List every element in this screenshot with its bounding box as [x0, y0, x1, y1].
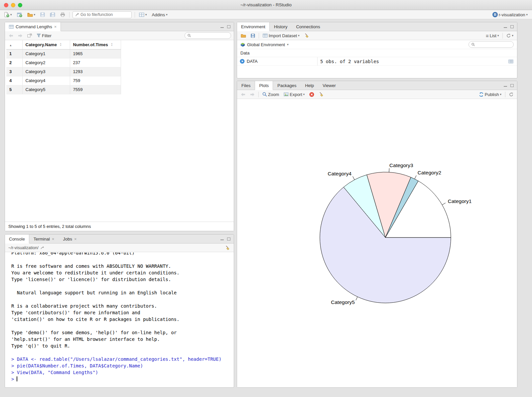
tab-environment[interactable]: Environment	[237, 22, 270, 31]
minimize-pane-icon[interactable]	[504, 25, 507, 28]
environment-search-box[interactable]	[468, 41, 514, 48]
maximize-pane-icon[interactable]	[510, 25, 514, 28]
console-output-line: R is free software and comes with ABSOLU…	[11, 263, 234, 269]
goto-directory-icon[interactable]	[41, 246, 45, 249]
publish-plot-button[interactable]: Publish ▾	[478, 91, 502, 98]
import-dataset-button[interactable]: Import Dataset ▾	[262, 33, 301, 39]
window-titlebar: ~/r-visualization - RStudio	[0, 0, 532, 10]
close-window-button[interactable]	[4, 3, 8, 7]
tab-history[interactable]: History	[270, 22, 292, 31]
save-button[interactable]	[39, 12, 46, 18]
new-project-icon	[17, 12, 22, 17]
tab-viewer[interactable]: Viewer	[318, 81, 340, 90]
export-image-icon	[284, 92, 289, 96]
close-tab-icon[interactable]: ×	[74, 237, 77, 241]
minimize-pane-icon[interactable]	[504, 84, 507, 87]
pane-layout-button[interactable]: ▾	[138, 12, 148, 18]
table-search-box[interactable]	[185, 32, 231, 39]
refresh-plot-button[interactable]	[508, 92, 514, 97]
pie-label-tick	[353, 176, 355, 180]
popout-icon	[27, 34, 32, 38]
tab-terminal[interactable]: Terminal ×	[29, 235, 59, 243]
object-value: 5 obs. of 2 variables	[317, 57, 507, 65]
text-cursor[interactable]	[17, 376, 17, 381]
table-row[interactable]: 1Category11965	[6, 49, 121, 58]
pie-label-tick	[415, 175, 416, 179]
nav-forward-button[interactable]	[17, 33, 24, 38]
table-search-input[interactable]	[193, 33, 228, 38]
environment-search-input[interactable]	[476, 42, 511, 47]
clear-all-plots-broom-icon[interactable]	[318, 91, 325, 97]
tab-connections[interactable]: Connections	[292, 22, 324, 31]
console-output-line	[11, 349, 234, 356]
view-object-button[interactable]	[507, 59, 514, 64]
next-plot-button[interactable]	[249, 92, 256, 97]
goto-file-box[interactable]	[72, 11, 132, 18]
tab-packages[interactable]: Packages	[273, 81, 301, 90]
clear-console-broom-icon[interactable]	[225, 246, 230, 250]
expand-object-icon[interactable]	[240, 59, 245, 64]
table-row[interactable]: 2Category2237	[6, 58, 121, 67]
nav-back-button[interactable]	[8, 33, 14, 38]
zoom-window-button[interactable]	[18, 3, 22, 7]
tab-plots[interactable]: Plots	[255, 81, 273, 90]
zoom-label: Zoom	[268, 92, 279, 97]
table-row[interactable]: 5Category57559	[6, 85, 121, 94]
tab-console[interactable]: Console	[5, 235, 29, 244]
project-menu-button[interactable]: R r-visualization ▾	[491, 11, 529, 18]
refresh-environment-button[interactable]: ▾	[505, 33, 514, 39]
new-project-button[interactable]	[16, 12, 23, 18]
goto-file-input[interactable]	[80, 12, 129, 17]
addins-button[interactable]: Addins ▾	[151, 12, 169, 18]
close-tab-icon[interactable]: ×	[54, 25, 57, 29]
remove-plot-icon	[309, 92, 314, 97]
traffic-lights	[4, 3, 22, 7]
column-header-category-name[interactable]: Category.Name ▲▼	[22, 40, 70, 49]
chevron-down-icon: ▾	[287, 43, 289, 46]
save-all-button[interactable]	[49, 12, 56, 18]
minimize-pane-icon[interactable]	[220, 238, 224, 240]
tab-files[interactable]: Files	[237, 81, 255, 90]
maximize-pane-icon[interactable]	[227, 238, 230, 241]
load-workspace-button[interactable]	[240, 33, 247, 38]
row-index-cell: 5	[6, 85, 22, 94]
clear-environment-broom-icon[interactable]	[303, 33, 311, 39]
sort-arrows-icon: ▲▼	[60, 43, 62, 47]
index-column-header[interactable]: ▲	[6, 40, 22, 49]
console-output-line: Platform: x86_64-apple-darwin15.6.0 (64-…	[11, 252, 234, 256]
tab-label: Terminal	[34, 237, 50, 242]
search-icon	[188, 34, 191, 38]
new-file-button[interactable]: ▾	[3, 11, 13, 18]
zoom-plot-button[interactable]: Zoom	[261, 91, 280, 98]
data-viewer-pane: Command Lengths × Filter	[5, 22, 234, 231]
minimize-pane-icon[interactable]	[220, 25, 224, 28]
tab-label: History	[274, 24, 287, 29]
maximize-pane-icon[interactable]	[227, 25, 230, 28]
data-viewer-tabbar: Command Lengths ×	[5, 22, 234, 31]
column-header-number-of-times[interactable]: Number.of.Times ▲▼	[70, 40, 121, 49]
console-output[interactable]: Platform: x86_64-apple-darwin15.6.0 (64-…	[5, 252, 234, 387]
environment-scope-label[interactable]: Global Environment	[247, 42, 285, 47]
save-workspace-button[interactable]	[250, 33, 256, 39]
console-input-line: > pie(DATA$Number.of.Times, DATA$Categor…	[11, 362, 234, 369]
tab-help[interactable]: Help	[301, 81, 318, 90]
environment-object-row[interactable]: DATA 5 obs. of 2 variables	[237, 57, 517, 66]
filter-button[interactable]: Filter	[36, 33, 53, 39]
export-plot-button[interactable]: Export ▾	[283, 91, 306, 98]
project-name-label: r-visualization	[499, 12, 525, 17]
open-in-new-window-button[interactable]	[26, 33, 33, 38]
open-file-button[interactable]: ▾	[26, 12, 37, 18]
environment-view-mode-button[interactable]: ≡ List ▾	[485, 33, 500, 39]
print-button[interactable]	[59, 12, 66, 18]
tab-jobs[interactable]: Jobs ×	[59, 235, 81, 243]
pane-layout-icon	[139, 13, 144, 17]
minimize-window-button[interactable]	[11, 3, 15, 7]
close-tab-icon[interactable]: ×	[52, 237, 55, 241]
pie-label-Category1: Category1	[448, 198, 472, 204]
maximize-pane-icon[interactable]	[510, 84, 514, 87]
table-row[interactable]: 3Category31293	[6, 67, 121, 76]
previous-plot-button[interactable]	[240, 92, 246, 97]
remove-plot-button[interactable]	[308, 91, 315, 98]
table-row[interactable]: 4Category4759	[6, 76, 121, 85]
tab-command-lengths[interactable]: Command Lengths ×	[5, 22, 61, 31]
